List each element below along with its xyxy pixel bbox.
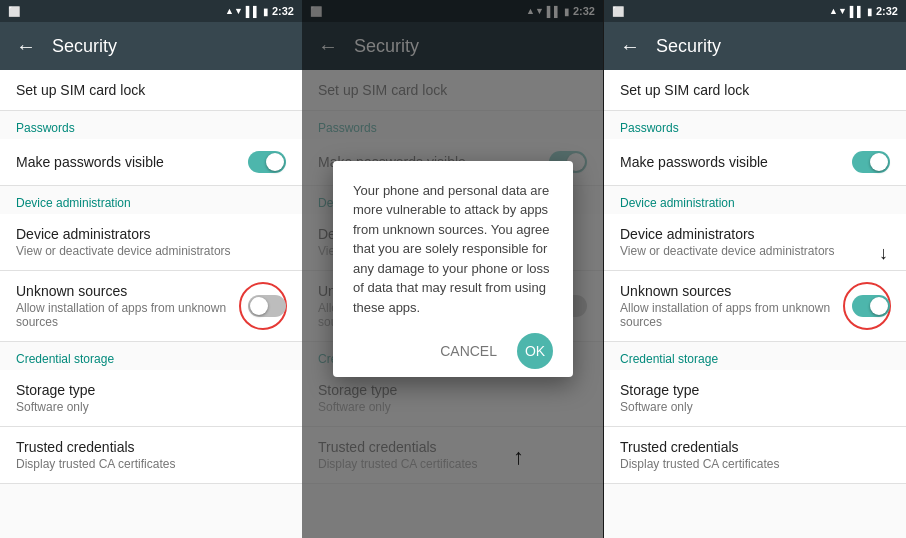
screen-title: Security bbox=[52, 36, 117, 57]
wifi-icon: ▲▼ bbox=[225, 6, 243, 16]
passwords-toggle-3[interactable] bbox=[852, 151, 890, 173]
dialog-ok-button[interactable]: OK bbox=[517, 333, 553, 369]
dialog-cancel-button[interactable]: CANCEL bbox=[428, 333, 509, 369]
status-bar-1: ⬜ ▲▼ ▌▌ ▮ 2:32 bbox=[0, 0, 302, 22]
sim-lock-title-3: Set up SIM card lock bbox=[620, 82, 890, 98]
settings-list-3: Set up SIM card lock Passwords Make pass… bbox=[604, 70, 906, 538]
screen-title-3: Security bbox=[656, 36, 721, 57]
device-admins-title: Device administrators bbox=[16, 226, 286, 242]
storage-type-item-3[interactable]: Storage type Software only bbox=[604, 370, 906, 427]
notification-icon-3: ⬜ bbox=[612, 6, 624, 17]
status-right-3: ▲▼ ▌▌ ▮ 2:32 bbox=[829, 5, 898, 17]
passwords-visible-item[interactable]: Make passwords visible bbox=[0, 139, 302, 186]
time-display-3: 2:32 bbox=[876, 5, 898, 17]
unknown-sources-toggle-container-3 bbox=[844, 295, 890, 317]
toggle-thumb bbox=[266, 153, 284, 171]
dialog-actions: CANCEL OK bbox=[353, 333, 553, 369]
passwords-header-3: Passwords bbox=[604, 111, 906, 139]
device-admins-item-3[interactable]: Device administrators View or deactivate… bbox=[604, 214, 906, 271]
status-right-1: ▲▼ ▌▌ ▮ 2:32 bbox=[225, 5, 294, 17]
screen-1: ⬜ ▲▼ ▌▌ ▮ 2:32 ← Security Set up SIM car… bbox=[0, 0, 302, 538]
back-button[interactable]: ← bbox=[16, 35, 36, 58]
panel-2-wrapper: ⬜ ▲▼ ▌▌ ▮ 2:32 ← Security Set up SIM car… bbox=[302, 0, 604, 538]
toggle-thumb-1 bbox=[250, 297, 268, 315]
settings-list-1: Set up SIM card lock Passwords Make pass… bbox=[0, 70, 302, 538]
battery-icon-3: ▮ bbox=[867, 6, 873, 17]
sim-lock-title: Set up SIM card lock bbox=[16, 82, 286, 98]
trusted-creds-subtitle-3: Display trusted CA certificates bbox=[620, 457, 890, 471]
unknown-sources-subtitle-1: Allow installation of apps from unknown … bbox=[16, 301, 240, 329]
device-admins-subtitle-3: View or deactivate device administrators bbox=[620, 244, 890, 258]
panel-1: ⬜ ▲▼ ▌▌ ▮ 2:32 ← Security Set up SIM car… bbox=[0, 0, 302, 538]
toggle-thumb-pw-3 bbox=[870, 153, 888, 171]
notification-icon: ⬜ bbox=[8, 6, 20, 17]
time-display: 2:32 bbox=[272, 5, 294, 17]
storage-type-title-3: Storage type bbox=[620, 382, 890, 398]
unknown-sources-toggle-container-1 bbox=[240, 295, 286, 317]
passwords-header: Passwords bbox=[0, 111, 302, 139]
credential-storage-header-3: Credential storage bbox=[604, 342, 906, 370]
unknown-sources-toggle-3[interactable] bbox=[852, 295, 890, 317]
storage-type-subtitle-1: Software only bbox=[16, 400, 286, 414]
signal-icon-3: ▌▌ bbox=[850, 6, 864, 17]
device-admins-item[interactable]: Device administrators View or deactivate… bbox=[0, 214, 302, 271]
unknown-sources-dialog: Your phone and personal data are more vu… bbox=[333, 161, 573, 378]
storage-type-item-1[interactable]: Storage type Software only bbox=[0, 370, 302, 427]
unknown-sources-item-1[interactable]: Unknown sources Allow installation of ap… bbox=[0, 271, 302, 342]
trusted-creds-item-3[interactable]: Trusted credentials Display trusted CA c… bbox=[604, 427, 906, 484]
arrow-annotation: ↑ bbox=[513, 444, 524, 470]
passwords-visible-item-3[interactable]: Make passwords visible bbox=[604, 139, 906, 186]
unknown-sources-title-1: Unknown sources bbox=[16, 283, 240, 299]
unknown-sources-subtitle-3: Allow installation of apps from unknown … bbox=[620, 301, 844, 329]
back-button-3[interactable]: ← bbox=[620, 35, 640, 58]
storage-type-title-1: Storage type bbox=[16, 382, 286, 398]
unknown-sources-title-3: Unknown sources bbox=[620, 283, 844, 299]
status-bar-3: ⬜ ▲▼ ▌▌ ▮ 2:32 bbox=[604, 0, 906, 22]
toggle-thumb-us-3 bbox=[870, 297, 888, 315]
passwords-visible-title: Make passwords visible bbox=[16, 154, 240, 170]
device-admins-title-3: Device administrators bbox=[620, 226, 890, 242]
battery-icon: ▮ bbox=[263, 6, 269, 17]
credential-storage-header-1: Credential storage bbox=[0, 342, 302, 370]
passwords-visible-title-3: Make passwords visible bbox=[620, 154, 844, 170]
status-left-3: ⬜ bbox=[612, 6, 624, 17]
status-left-1: ⬜ bbox=[8, 6, 20, 17]
trusted-creds-subtitle-1: Display trusted CA certificates bbox=[16, 457, 286, 471]
device-admins-subtitle: View or deactivate device administrators bbox=[16, 244, 286, 258]
panel-3-wrapper: ⬜ ▲▼ ▌▌ ▮ 2:32 ← Security Set up SIM car… bbox=[604, 0, 906, 538]
app-bar-3: ← Security bbox=[604, 22, 906, 70]
screen-3: ⬜ ▲▼ ▌▌ ▮ 2:32 ← Security Set up SIM car… bbox=[604, 0, 906, 538]
signal-icon: ▌▌ bbox=[246, 6, 260, 17]
arrow-annotation-3: ↓ bbox=[879, 243, 888, 264]
app-bar-1: ← Security bbox=[0, 22, 302, 70]
passwords-toggle-container bbox=[240, 151, 286, 173]
trusted-creds-title-3: Trusted credentials bbox=[620, 439, 890, 455]
device-admin-header: Device administration bbox=[0, 186, 302, 214]
storage-type-subtitle-3: Software only bbox=[620, 400, 890, 414]
sim-lock-item-3[interactable]: Set up SIM card lock bbox=[604, 70, 906, 111]
passwords-toggle[interactable] bbox=[248, 151, 286, 173]
unknown-sources-item-3[interactable]: Unknown sources Allow installation of ap… bbox=[604, 271, 906, 342]
sim-lock-item[interactable]: Set up SIM card lock bbox=[0, 70, 302, 111]
trusted-creds-title-1: Trusted credentials bbox=[16, 439, 286, 455]
device-admin-header-3: Device administration bbox=[604, 186, 906, 214]
unknown-sources-toggle-1[interactable] bbox=[248, 295, 286, 317]
wifi-icon-3: ▲▼ bbox=[829, 6, 847, 16]
dialog-message: Your phone and personal data are more vu… bbox=[353, 181, 553, 318]
trusted-creds-item-1[interactable]: Trusted credentials Display trusted CA c… bbox=[0, 427, 302, 484]
dialog-overlay: Your phone and personal data are more vu… bbox=[302, 0, 604, 538]
